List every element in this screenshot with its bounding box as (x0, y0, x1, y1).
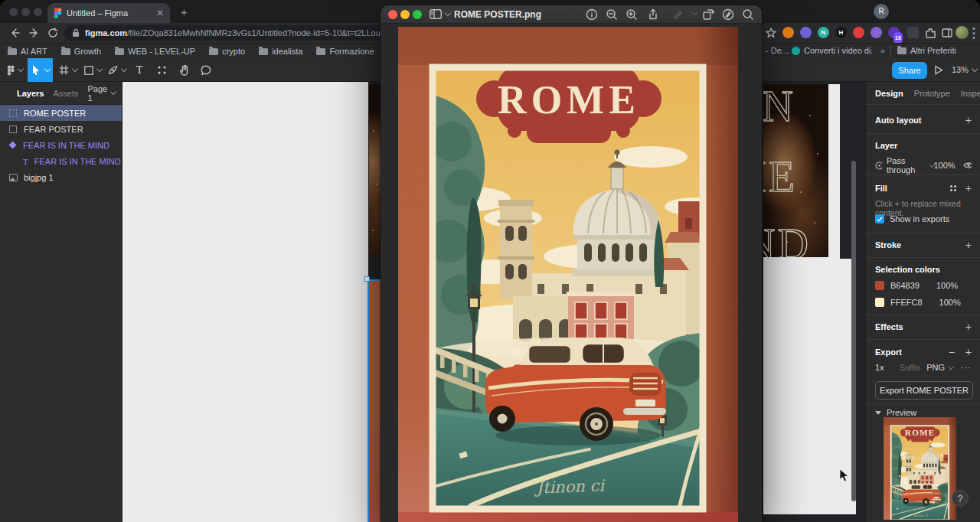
extension-purple-icon[interactable] (800, 27, 812, 38)
layer-row-image[interactable]: bigjpg 1 (0, 169, 122, 185)
help-button[interactable]: ? (952, 490, 969, 507)
export-scale[interactable]: 1x (875, 363, 884, 372)
zoom-button[interactable] (413, 10, 422, 19)
color-swatch[interactable] (875, 281, 884, 290)
close-button[interactable] (388, 10, 397, 19)
preview-window[interactable]: ROME POSTER.png (381, 5, 762, 522)
remove-export-button[interactable]: − (949, 346, 955, 358)
share-button[interactable]: Share (892, 62, 927, 79)
add-effect-button[interactable]: + (965, 321, 972, 333)
blend-mode-select[interactable]: Pass through (887, 156, 934, 175)
bookmarks-overflow-chevrons[interactable]: » (880, 46, 885, 55)
layer-row-text[interactable]: T FEAR IS IN THE MIND (0, 153, 122, 169)
sidebar-toggle[interactable] (430, 9, 450, 19)
extension-box-icon[interactable] (907, 27, 919, 38)
bookmark-item-truncated[interactable]: - De... (766, 46, 789, 55)
zoom-out-icon[interactable] (606, 8, 618, 21)
blend-mode-icon[interactable] (875, 161, 882, 170)
minimize-button[interactable] (400, 10, 410, 19)
export-options-menu[interactable]: ··· (961, 363, 972, 372)
layer-row-component[interactable]: FEAR IS IN THE MIND (0, 137, 122, 153)
window-close-button[interactable] (9, 8, 18, 16)
add-fill-button[interactable]: + (965, 182, 972, 194)
frame-tool[interactable] (57, 58, 80, 82)
extension-key-icon[interactable] (853, 27, 864, 38)
fill-styles-icon[interactable] (950, 185, 956, 191)
selection-color-row[interactable]: FFEFC8 100% (875, 298, 972, 307)
forward-icon[interactable] (29, 28, 40, 38)
export-format-select[interactable]: PNG (926, 363, 953, 372)
browser-tab[interactable]: Untitled – Figma ✕ (47, 3, 170, 23)
show-in-exports-row[interactable]: Show in exports (875, 214, 949, 223)
layer-row-rome-poster[interactable]: ROME POSTER (0, 105, 122, 121)
shape-tool[interactable] (81, 58, 104, 82)
bookmark-item[interactable]: crypto (209, 47, 245, 56)
tab-close-icon[interactable]: ✕ (156, 8, 164, 18)
user-avatar[interactable]: R (874, 4, 889, 19)
resources-tool[interactable] (152, 58, 172, 82)
tab-design[interactable]: Design (875, 89, 903, 98)
extension-dark-icon[interactable]: H (835, 27, 847, 38)
sidepanel-icon[interactable] (942, 28, 952, 38)
figma-main-menu[interactable] (3, 58, 26, 82)
preview-window-titlebar[interactable]: ROME POSTER.png (381, 5, 762, 24)
back-icon[interactable] (9, 28, 20, 38)
canvas-white-frame[interactable] (122, 82, 368, 522)
fear-poster-sliver[interactable] (369, 84, 381, 257)
bookmark-item[interactable]: Formazione (316, 47, 374, 56)
zoom-menu[interactable]: 13% (952, 65, 977, 74)
rome-poster-canvas-sliver[interactable] (369, 279, 381, 522)
rotate-icon[interactable] (702, 8, 714, 21)
new-tab-button[interactable]: + (181, 6, 188, 18)
tab-prototype[interactable]: Prototype (914, 89, 950, 98)
annotate-icon[interactable] (722, 8, 734, 21)
search-icon[interactable] (742, 8, 754, 21)
fear-poster[interactable]: IN THE MIND (763, 84, 828, 257)
visibility-eye-icon[interactable] (963, 161, 972, 169)
share-icon[interactable] (647, 8, 659, 21)
text-tool[interactable]: T (130, 58, 149, 82)
layer-opacity-value[interactable]: 100% (934, 161, 956, 170)
bookmark-star-icon[interactable] (766, 28, 776, 38)
bookmark-item[interactable]: WEB - LEVEL-UP (115, 47, 195, 56)
present-play-icon[interactable] (934, 65, 943, 75)
export-button[interactable]: Export ROME POSTER (875, 381, 973, 400)
page-selector[interactable]: Page 1 (88, 84, 116, 103)
bookmark-item-converter[interactable]: Converti i video di... (792, 46, 872, 55)
checkbox-checked-icon[interactable] (875, 214, 884, 223)
window-zoom-button[interactable] (34, 8, 42, 16)
folder-icon (316, 48, 325, 55)
selection-handle[interactable] (364, 276, 370, 282)
add-auto-layout-button[interactable]: + (965, 114, 972, 126)
info-icon[interactable] (586, 8, 598, 21)
layer-row-fear-poster[interactable]: FEAR POSTER (0, 121, 122, 137)
move-tool[interactable] (28, 58, 53, 82)
bookmark-item[interactable]: Growth (61, 47, 101, 56)
browser-profile-avatar[interactable] (956, 26, 969, 39)
tab-inspect[interactable]: Inspect (961, 89, 980, 98)
selection-color-row[interactable]: B64839 100% (875, 281, 972, 290)
extensions-puzzle-icon[interactable] (925, 28, 936, 38)
comment-tool[interactable] (196, 58, 216, 82)
zoom-in-icon[interactable] (626, 8, 638, 21)
pen-tool[interactable] (106, 58, 129, 82)
extension-ghost-icon[interactable] (871, 27, 882, 38)
add-stroke-button[interactable]: + (965, 239, 972, 251)
bookmark-other-favorites[interactable]: Altri Preferiti (897, 46, 956, 55)
reload-icon[interactable] (47, 28, 58, 38)
converter-icon (792, 47, 800, 55)
bookmark-item[interactable]: idealista (259, 47, 302, 56)
color-swatch[interactable] (875, 298, 884, 307)
window-minimize-button[interactable] (21, 8, 30, 16)
canvas-scrollbar[interactable] (851, 161, 856, 501)
extension-badged-icon[interactable]: 18 (888, 27, 900, 38)
export-suffix-field[interactable]: Suffix (900, 363, 920, 372)
tab-layers[interactable]: Layers (17, 89, 44, 98)
bookmark-item[interactable]: AI ART (8, 47, 47, 56)
browser-menu-icon[interactable]: ••• (972, 26, 975, 40)
add-export-button[interactable]: + (965, 346, 972, 358)
extension-teal-icon[interactable]: N (818, 27, 829, 38)
tab-assets[interactable]: Assets (53, 89, 78, 98)
hand-tool[interactable] (175, 58, 194, 82)
extension-metamask-icon[interactable] (782, 27, 794, 38)
